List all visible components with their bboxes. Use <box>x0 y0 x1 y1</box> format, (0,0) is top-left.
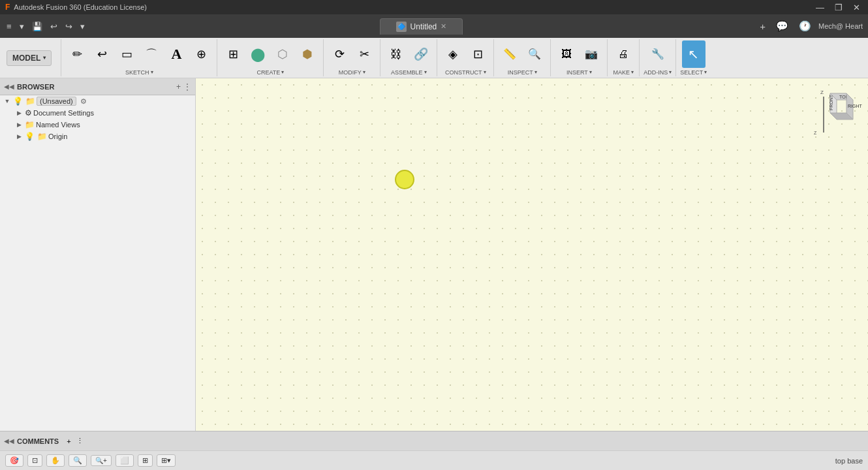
tree-origin-visibility-icon[interactable]: 💡 <box>25 132 35 141</box>
tab-icon: 🔷 <box>396 22 407 32</box>
create-cylinder-button[interactable]: ⬡ <box>271 40 294 68</box>
construct-axis-button[interactable]: ⊡ <box>466 40 489 68</box>
tree-doc-settings-gear-icon: ⚙ <box>25 108 32 118</box>
comments-panel-button[interactable]: ⋮ <box>76 437 84 445</box>
construct-offset-plane-button[interactable]: ◈ <box>441 40 465 68</box>
sketch-more-button[interactable]: ⊕ <box>189 40 213 68</box>
chat-button[interactable]: 💬 <box>773 19 792 33</box>
active-tab[interactable]: 🔷 Untitled ✕ <box>380 18 463 35</box>
assemble-dropdown-icon: ▾ <box>424 69 427 75</box>
addins-label: ADD-INS ▾ <box>643 69 672 76</box>
select-buttons: ↖ <box>682 40 705 68</box>
canvas-area[interactable]: Z TOP FRONT RIGHT Z <box>196 78 868 431</box>
svg-text:RIGHT: RIGHT <box>848 104 863 108</box>
tree-origin-folder-icon: 📁 <box>37 132 47 141</box>
sketch-create-button[interactable]: ✏ <box>65 40 89 68</box>
comments-add-button[interactable]: + <box>67 437 70 445</box>
new-tab-button[interactable]: + <box>756 20 769 33</box>
view-cube-button[interactable]: ⊡ <box>27 454 42 467</box>
display-mode-button[interactable]: ⬜ <box>116 454 134 467</box>
create-sphere-button[interactable]: ⬤ <box>246 40 270 68</box>
window-controls: — ❐ ✕ <box>813 3 863 12</box>
maximize-button[interactable]: ❐ <box>832 3 845 12</box>
comments-collapse-button[interactable]: ◀◀ <box>4 437 14 445</box>
tab-close-button[interactable]: ✕ <box>441 22 446 31</box>
browser-header: ◀◀ BROWSER + ⋮ <box>0 78 195 95</box>
create-extrude-button[interactable]: ⊞ <box>221 40 245 68</box>
pan-button[interactable]: ✋ <box>46 454 65 467</box>
browser-collapse-button[interactable]: ◀◀ <box>4 83 14 90</box>
assemble-joint-icon: 🔗 <box>414 48 428 60</box>
app-logo: F <box>5 3 10 12</box>
sketch-text-icon: A <box>171 47 181 61</box>
assemble-label: ASSEMBLE ▾ <box>391 69 427 76</box>
assemble-joint-button[interactable]: 🔗 <box>409 40 433 68</box>
create-sphere-icon: ⬤ <box>251 48 265 61</box>
browser-actions: + ⋮ <box>176 82 191 91</box>
zoom-fit-button[interactable]: 🔍+ <box>91 455 112 466</box>
create-cylinder-icon: ⬡ <box>277 48 288 60</box>
browser-add-button[interactable]: + <box>176 82 181 91</box>
insert-buttons: 🖼 📷 <box>555 40 603 68</box>
tree-item-document-settings[interactable]: ▶ ⚙ Document Settings <box>0 107 195 119</box>
tree-doc-settings-arrow[interactable]: ▶ <box>14 110 23 116</box>
tree-item-named-views[interactable]: ▶ 📁 Named Views <box>0 119 195 131</box>
history-dropdown[interactable]: ▾ <box>78 20 87 33</box>
addins-scripts-icon: 🔧 <box>651 49 664 59</box>
tree-root-arrow[interactable]: ▼ <box>3 98 12 104</box>
inspect-section-analysis-icon: 🔍 <box>528 49 541 59</box>
create-box-button[interactable]: ⬢ <box>296 40 319 68</box>
inspect-measure-button[interactable]: 📏 <box>498 40 521 68</box>
history-button[interactable]: 🕐 <box>796 19 814 33</box>
tree-named-views-folder-icon: 📁 <box>25 120 35 129</box>
zoom-button[interactable]: 🔍 <box>69 454 87 467</box>
select-button[interactable]: ↖ <box>682 40 705 68</box>
close-button[interactable]: ✕ <box>850 3 863 12</box>
tree-root-settings-icon[interactable]: ⚙ <box>80 97 87 106</box>
tree-root-visibility-icon[interactable]: 💡 <box>13 97 23 106</box>
tab-bar: ≡ ▾ 💾 ↩ ↪ ▾ 🔷 Untitled ✕ + 💬 🕐 Mech@ Hea… <box>0 14 868 38</box>
save-button[interactable]: 💾 <box>29 20 45 33</box>
create-buttons: ⊞ ⬤ ⬡ ⬢ <box>221 40 319 68</box>
tree-origin-arrow[interactable]: ▶ <box>14 133 23 140</box>
browser-panel-button[interactable]: ⋮ <box>183 82 191 91</box>
menu-button[interactable]: ≡ <box>4 20 14 33</box>
inspect-section-analysis-button[interactable]: 🔍 <box>523 40 546 68</box>
sketch-rect-button[interactable]: ▭ <box>115 40 138 68</box>
select-icon: ↖ <box>688 48 699 61</box>
create-box-icon: ⬢ <box>302 48 313 60</box>
dropdown-button[interactable]: ▾ <box>17 20 27 33</box>
modify-fillet-button[interactable]: ✂ <box>352 40 376 68</box>
insert-decal-button[interactable]: 📷 <box>580 40 603 68</box>
tree-named-views-arrow[interactable]: ▶ <box>14 121 23 128</box>
addins-scripts-button[interactable]: 🔧 <box>646 40 670 68</box>
construct-dropdown-icon: ▾ <box>484 69 486 75</box>
undo-button[interactable]: ↩ <box>48 20 60 33</box>
construct-buttons: ◈ ⊡ <box>441 40 489 68</box>
model-label: MODEL <box>12 54 40 63</box>
insert-canvas-button[interactable]: 🖼 <box>555 40 578 68</box>
assemble-new-comp-button[interactable]: ⛓ <box>384 40 408 68</box>
make-3d-print-button[interactable]: 🖨 <box>612 40 635 68</box>
sketch-text-button[interactable]: A <box>164 40 188 68</box>
inspect-label: INSPECT ▾ <box>508 69 537 76</box>
model-button[interactable]: MODEL ▾ <box>7 50 52 66</box>
tab-label: Untitled <box>411 22 437 31</box>
model-dropdown-icon: ▾ <box>43 55 46 61</box>
tree-item-origin[interactable]: ▶ 💡 📁 Origin <box>0 131 195 142</box>
pivot-button[interactable]: 🎯 <box>5 454 23 467</box>
sketch-rect-icon: ▭ <box>121 48 132 60</box>
create-extrude-icon: ⊞ <box>228 48 238 60</box>
construct-label: CONSTRUCT ▾ <box>445 69 486 76</box>
tree-root-item[interactable]: ▼ 💡 📁 (Unsaved) ⚙ <box>0 95 195 107</box>
modify-press-pull-button[interactable]: ⟳ <box>328 40 351 68</box>
make-dropdown-icon: ▾ <box>631 69 634 75</box>
main-body: ◀◀ BROWSER + ⋮ ▼ 💡 📁 (Unsaved) ⚙ ▶ ⚙ Doc… <box>0 78 868 431</box>
sketch-undo-button[interactable]: ↩ <box>90 40 114 68</box>
redo-button[interactable]: ↪ <box>63 20 75 33</box>
view-cube[interactable]: Z TOP FRONT RIGHT Z <box>811 84 863 149</box>
sketch-curve-button[interactable]: ⌒ <box>140 40 163 68</box>
grid-button[interactable]: ⊞ <box>138 454 153 467</box>
minimize-button[interactable]: — <box>813 3 827 12</box>
grid-settings-button[interactable]: ⊞▾ <box>157 454 176 467</box>
